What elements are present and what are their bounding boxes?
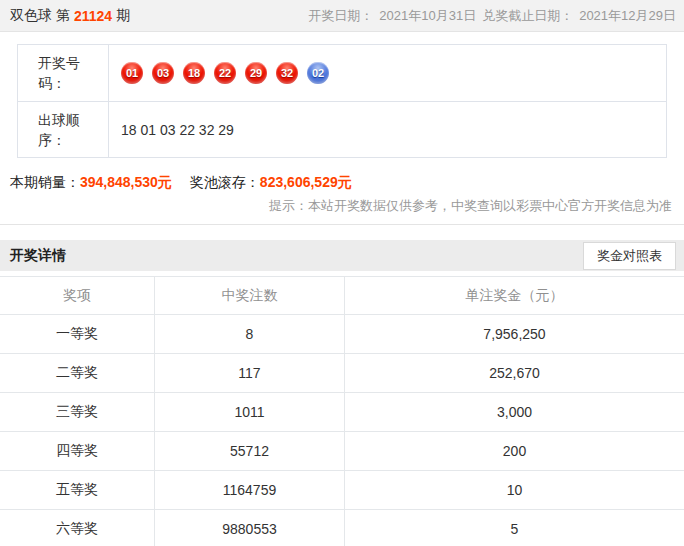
col-header-count: 中奖注数: [155, 277, 345, 314]
draw-order-row: 出球顺序： 18 01 03 22 32 29: [18, 101, 666, 157]
issue-number: 21124: [74, 8, 112, 24]
sales-value: 394,848,530元: [80, 174, 172, 192]
issue-suffix: 期: [116, 7, 130, 25]
red-ball: 03: [152, 62, 174, 84]
prize-table-header: 奖项 中奖注数 单注奖金（元）: [0, 277, 684, 315]
winning-numbers-label: 开奖号码：: [18, 45, 109, 101]
prize-level: 六等奖: [0, 510, 155, 546]
result-header-bar: 双色球 第 21124 期 开奖日期：2021年10月31日 兑奖截止日期：20…: [0, 0, 684, 32]
red-ball: 01: [121, 62, 143, 84]
col-header-level: 奖项: [0, 277, 155, 314]
draw-date-label: 开奖日期：: [308, 7, 373, 25]
prize-level: 四等奖: [0, 432, 155, 470]
winner-count: 1011: [155, 393, 345, 431]
red-ball: 18: [183, 62, 205, 84]
draw-dates: 开奖日期：2021年10月31日 兑奖截止日期：2021年12月29日: [308, 7, 676, 25]
blue-ball: 02: [307, 62, 329, 84]
game-name: 双色球: [10, 7, 52, 25]
prize-amount: 7,956,250: [345, 315, 684, 353]
draw-info-table: 开奖号码： 01 03 18 22 29 32 02 出球顺序： 18 01 0…: [17, 44, 667, 158]
pool-label: 奖池滚存：: [190, 174, 260, 192]
pool-value: 823,606,529元: [260, 174, 352, 192]
prize-level: 三等奖: [0, 393, 155, 431]
issue-prefix: 第: [56, 7, 70, 25]
page-title: 双色球 第 21124 期: [10, 7, 130, 25]
redeem-deadline-label: 兑奖截止日期：: [482, 7, 573, 25]
red-ball: 29: [245, 62, 267, 84]
winner-count: 55712: [155, 432, 345, 470]
table-row: 六等奖 9880553 5: [0, 510, 684, 546]
prize-level: 二等奖: [0, 354, 155, 392]
details-section-title: 开奖详情: [10, 247, 66, 265]
lottery-result-page: 双色球 第 21124 期 开奖日期：2021年10月31日 兑奖截止日期：20…: [0, 0, 684, 546]
details-section-bar: 开奖详情 奖金对照表: [0, 240, 684, 271]
disclaimer-tip: 提示：本站开奖数据仅供参考，中奖查询以彩票中心官方开奖信息为准: [0, 196, 684, 216]
sales-info: 本期销量： 394,848,530元 奖池滚存： 823,606,529元: [0, 174, 684, 192]
draw-order-label: 出球顺序：: [18, 102, 109, 157]
red-ball: 32: [276, 62, 298, 84]
table-row: 四等奖 55712 200: [0, 432, 684, 471]
red-ball: 22: [214, 62, 236, 84]
col-header-prize: 单注奖金（元）: [345, 277, 684, 314]
winner-count: 8: [155, 315, 345, 353]
table-row: 三等奖 1011 3,000: [0, 393, 684, 432]
table-row: 一等奖 8 7,956,250: [0, 315, 684, 354]
prize-level: 一等奖: [0, 315, 155, 353]
winner-count: 117: [155, 354, 345, 392]
prize-amount: 5: [345, 510, 684, 546]
prize-amount: 3,000: [345, 393, 684, 431]
draw-info-panel: 开奖号码： 01 03 18 22 29 32 02 出球顺序： 18 01 0…: [0, 32, 684, 225]
prize-amount: 252,670: [345, 354, 684, 392]
prize-amount: 200: [345, 432, 684, 470]
draw-order-value: 18 01 03 22 32 29: [109, 102, 666, 157]
prize-level: 五等奖: [0, 471, 155, 509]
table-row: 二等奖 117 252,670: [0, 354, 684, 393]
sales-label: 本期销量：: [10, 174, 80, 192]
winner-count: 9880553: [155, 510, 345, 546]
winning-numbers-row: 开奖号码： 01 03 18 22 29 32 02: [18, 45, 666, 101]
prize-compare-button[interactable]: 奖金对照表: [583, 242, 676, 270]
table-row: 五等奖 1164759 10: [0, 471, 684, 510]
winning-numbers: 01 03 18 22 29 32 02: [109, 45, 666, 101]
prize-amount: 10: [345, 471, 684, 509]
prize-table: 奖项 中奖注数 单注奖金（元） 一等奖 8 7,956,250 二等奖 117 …: [0, 276, 684, 546]
winner-count: 1164759: [155, 471, 345, 509]
redeem-deadline-value: 2021年12月29日: [579, 7, 676, 25]
draw-date-value: 2021年10月31日: [379, 7, 476, 25]
